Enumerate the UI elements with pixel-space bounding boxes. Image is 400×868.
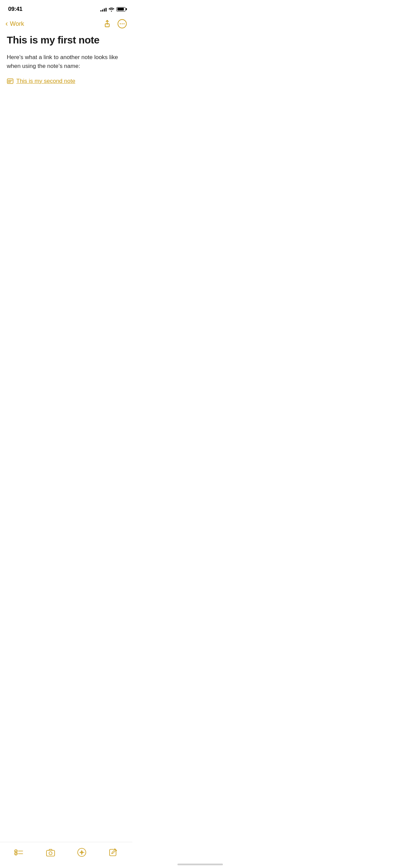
more-icon — [117, 19, 127, 29]
status-icons — [100, 7, 126, 12]
more-options-button[interactable] — [117, 19, 127, 29]
status-bar: 09:41 — [0, 0, 132, 16]
note-body: Here’s what a link to another note looks… — [7, 53, 126, 71]
share-button[interactable] — [102, 19, 112, 29]
wifi-icon — [109, 7, 114, 12]
note-link-icon — [7, 78, 14, 85]
note-link-text: This is my second note — [16, 78, 75, 85]
note-link[interactable]: This is my second note — [7, 78, 126, 85]
nav-bar: ‹ Work — [0, 16, 132, 33]
signal-bars-icon — [100, 7, 107, 12]
note-content: This is my first note Here’s what a link… — [0, 33, 132, 91]
svg-point-3 — [122, 23, 123, 24]
note-title: This is my first note — [7, 34, 126, 46]
battery-icon — [116, 7, 126, 12]
chevron-left-icon: ‹ — [5, 20, 8, 28]
nav-right-icons — [102, 19, 127, 29]
svg-point-4 — [123, 23, 125, 24]
svg-point-2 — [120, 23, 121, 24]
status-time: 09:41 — [8, 6, 22, 13]
share-icon — [102, 19, 112, 29]
back-button[interactable]: ‹ Work — [5, 20, 24, 28]
back-label: Work — [10, 20, 24, 28]
